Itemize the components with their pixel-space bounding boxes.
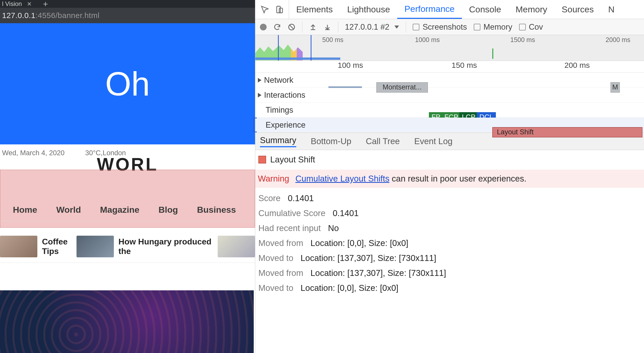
nav-item[interactable]: Magazine <box>100 205 139 215</box>
ruler-tick: 150 ms <box>452 61 477 70</box>
reload-icon[interactable] <box>273 23 281 31</box>
tab-console[interactable]: Console <box>462 0 509 19</box>
track-interactions[interactable]: Interactions <box>255 88 644 103</box>
tab-title: l Vision <box>2 0 22 7</box>
nav-item[interactable]: Business <box>197 205 236 215</box>
ruler-tick: 200 ms <box>564 61 590 70</box>
tick: 2000 ms <box>606 36 630 44</box>
checkbox-label: Screenshots <box>422 22 467 32</box>
kv-row: Cumulative Score0.1401 <box>258 208 641 218</box>
kv-value: Location: [0,0], Size: [0x0] <box>310 238 408 248</box>
track-network[interactable]: Network Montserrat... M <box>255 73 644 88</box>
clear-icon[interactable] <box>288 23 295 31</box>
separator <box>302 22 302 32</box>
nav-item[interactable]: Home <box>13 205 37 215</box>
close-icon[interactable]: × <box>26 0 33 8</box>
kv-value: Location: [0,0], Size: [0x0] <box>301 283 399 293</box>
tab-more[interactable]: N <box>601 0 622 19</box>
checkbox-icon <box>519 24 526 30</box>
new-tab-button[interactable]: + <box>38 0 53 9</box>
browser-tab[interactable]: l Vision × <box>0 0 38 8</box>
kv-value: No <box>328 223 339 233</box>
subtab-summary[interactable]: Summary <box>260 135 296 147</box>
cls-link[interactable]: Cumulative Layout Shifts <box>295 174 389 183</box>
thumbnail[interactable] <box>77 236 114 257</box>
thumbnail[interactable] <box>218 236 255 257</box>
tab-sources[interactable]: Sources <box>554 0 601 19</box>
upload-icon[interactable] <box>309 23 317 31</box>
kv-value: 0.1401 <box>288 193 314 203</box>
subtab-event-log[interactable]: Event Log <box>414 136 453 146</box>
record-button[interactable] <box>260 24 267 30</box>
track-title: Experience <box>266 120 306 130</box>
kv-row: Moved toLocation: [0,0], Size: [0x0] <box>258 283 641 293</box>
url-host: 127.0.0.1 <box>2 11 36 20</box>
separator <box>406 22 406 32</box>
kv-value: Location: [137,307], Size: [730x111] <box>301 253 436 263</box>
kv-row: Score0.1401 <box>258 193 641 203</box>
overview-selection[interactable] <box>278 35 311 61</box>
timeline-ruler[interactable]: 100 ms 150 ms 200 ms <box>255 61 644 73</box>
checkbox-label: Cov <box>529 22 543 32</box>
separator <box>338 22 338 32</box>
checkbox-icon <box>474 24 480 30</box>
kv-row: Moved fromLocation: [0,0], Size: [0x0] <box>258 238 641 248</box>
track-timings[interactable]: Timings FP FCP LCP DCL <box>255 103 644 118</box>
tab-performance[interactable]: Performance <box>397 0 462 19</box>
color-swatch <box>258 156 266 163</box>
nav-item[interactable]: World <box>56 205 81 215</box>
track-title: Interactions <box>264 91 305 100</box>
tick: 1000 ms <box>415 36 440 44</box>
kv-row: Moved fromLocation: [137,307], Size: [73… <box>258 268 641 278</box>
overview-marker <box>492 48 493 59</box>
thumbnail[interactable] <box>0 236 37 257</box>
ruler-tick: 100 ms <box>338 61 363 70</box>
track-title: Timings <box>266 105 293 115</box>
coverage-checkbox[interactable]: Cov <box>519 22 543 32</box>
timeline-tracks: Network Montserrat... M Interactions Tim… <box>255 73 644 133</box>
tab-elements[interactable]: Elements <box>289 0 340 19</box>
kv-key: Moved to <box>258 253 293 263</box>
kv-key: Score <box>258 193 281 203</box>
warning-rest: can result in poor user experiences. <box>392 174 527 183</box>
device-icon[interactable] <box>274 5 284 14</box>
expand-icon[interactable] <box>258 93 261 97</box>
summary-heading: Layout Shift <box>258 155 641 165</box>
kv-value: 0.1401 <box>333 208 359 218</box>
expand-icon[interactable] <box>258 78 261 83</box>
kv-key: Moved from <box>258 238 303 248</box>
inspect-controls <box>255 0 289 19</box>
subtab-bottom-up[interactable]: Bottom-Up <box>311 136 351 146</box>
ticker-title[interactable]: Coffee Tips <box>42 237 72 256</box>
download-icon[interactable] <box>324 23 331 31</box>
kv-key: Had recent input <box>258 223 321 233</box>
kv-key: Moved to <box>258 283 293 293</box>
site-nav: Home World Magazine Blog Business S <box>0 201 255 221</box>
profile-dropdown[interactable]: 127.0.0.1 #2 <box>345 22 399 32</box>
page-banner: Oh <box>0 23 255 144</box>
ticker-title[interactable]: How Hungary produced the <box>118 237 213 256</box>
tab-lighthouse[interactable]: Lighthouse <box>340 0 397 19</box>
tab-memory[interactable]: Memory <box>509 0 555 19</box>
hero-image[interactable] <box>0 290 254 353</box>
dropdown-value: 127.0.0.1 #2 <box>345 22 389 32</box>
browser-window: l Vision × + 127.0.0.1 :4556/banner.html… <box>0 0 255 353</box>
nav-item[interactable]: Blog <box>158 205 178 215</box>
svg-rect-0 <box>277 6 280 13</box>
memory-checkbox[interactable]: Memory <box>474 22 512 32</box>
track-experience[interactable]: Experience Layout Shift <box>255 118 644 133</box>
layout-shift-chip[interactable]: Layout Shift <box>492 127 642 137</box>
kv-key: Cumulative Score <box>258 208 325 218</box>
overview-strip[interactable]: 500 ms 1000 ms 1500 ms 2000 ms <box>255 35 644 61</box>
kv-value: Location: [137,307], Size: [730x111] <box>310 268 446 278</box>
selection-handle <box>253 118 257 132</box>
subtab-call-tree[interactable]: Call Tree <box>366 136 400 146</box>
screenshots-checkbox[interactable]: Screenshots <box>413 22 467 32</box>
address-bar[interactable]: 127.0.0.1 :4556/banner.html <box>0 8 255 23</box>
inspect-icon[interactable] <box>260 5 270 14</box>
heading-text: Layout Shift <box>270 155 315 165</box>
kv-key: Moved from <box>258 268 303 278</box>
warning-row: Warning Cumulative Layout Shifts can res… <box>255 170 644 188</box>
tab-strip: l Vision × + <box>0 0 255 8</box>
tick: 500 ms <box>322 36 343 44</box>
